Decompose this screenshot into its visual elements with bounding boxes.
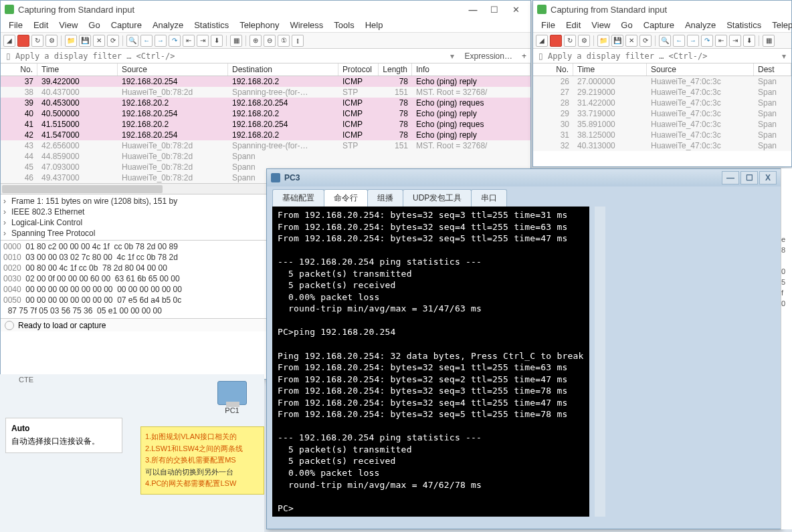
col-length[interactable]: Length (379, 63, 412, 76)
first-button[interactable]: ⇤ (715, 35, 727, 47)
menu-telephony[interactable]: Telephony (234, 19, 284, 31)
menu-edit[interactable]: Edit (28, 19, 54, 31)
expression-button[interactable]: Expression (460, 51, 518, 61)
col-no[interactable]: No. (1, 63, 37, 76)
pc3-maximize-button[interactable]: ☐ (740, 171, 758, 184)
col-time[interactable]: Time (573, 63, 647, 76)
table-row[interactable]: 3138.125000HuaweiTe_47:0c:3cSpan (533, 130, 791, 140)
menu-capture[interactable]: Capture (638, 19, 680, 31)
menu-file[interactable]: File (3, 19, 28, 31)
menu-edit[interactable]: Edit (561, 19, 586, 31)
menu-view[interactable]: View (54, 19, 83, 31)
menu-go[interactable]: Go (615, 19, 637, 31)
menu-analyze[interactable]: Analyze (680, 19, 721, 31)
last-button[interactable]: ⇥ (729, 35, 741, 47)
pc3-scrollbar[interactable] (595, 207, 605, 517)
maximize-button[interactable] (484, 3, 505, 16)
jump-button[interactable]: ↷ (169, 35, 181, 47)
autoscroll-button[interactable]: ⬇ (743, 35, 755, 47)
table-row[interactable]: 3035.891000HuaweiTe_47:0c:3cSpan (533, 119, 791, 130)
close-file-button[interactable]: ✕ (93, 35, 105, 47)
menu-statistics[interactable]: Statistics (721, 19, 767, 31)
table-row[interactable]: 3240.313000HuaweiTe_47:0c:3cSpan (533, 140, 791, 151)
restart-capture-button[interactable]: ↻ (31, 35, 43, 47)
col-no[interactable]: No. (533, 63, 573, 76)
stop-capture-button[interactable] (17, 35, 29, 47)
add-filter-button[interactable]: + (518, 51, 530, 61)
resize-columns-button[interactable]: ⫿ (292, 35, 304, 47)
filter-dropdown-icon[interactable]: ▾ (448, 51, 457, 61)
open-button[interactable]: 📁 (65, 35, 77, 47)
filter-dropdown-icon[interactable]: ▾ (779, 51, 789, 61)
expert-info-icon[interactable] (5, 321, 14, 330)
shark-fin-icon[interactable]: ◢ (3, 35, 15, 47)
shark-fin-icon[interactable]: ◢ (536, 35, 548, 47)
reload-button[interactable]: ⟳ (639, 35, 652, 47)
close-file-button[interactable]: ✕ (625, 35, 637, 47)
menu-help[interactable]: Help (360, 19, 389, 31)
pc3-close-button[interactable]: X (759, 171, 777, 184)
pc3-terminal[interactable]: From 192.168.20.254: bytes=32 seq=3 ttl=… (272, 207, 589, 517)
pc3-tab[interactable]: 命令行 (324, 189, 368, 207)
stop-capture-button[interactable] (550, 35, 562, 47)
restart-capture-button[interactable]: ↻ (564, 35, 576, 47)
table-row[interactable]: 2831.422000HuaweiTe_47:0c:3cSpan (533, 98, 791, 108)
close-button[interactable] (505, 3, 526, 16)
autoscroll-button[interactable]: ⬇ (211, 35, 223, 47)
col-info[interactable]: Info (412, 63, 530, 76)
col-destination[interactable]: Destination (228, 63, 338, 76)
reload-button[interactable]: ⟳ (107, 35, 119, 47)
filter-input[interactable] (15, 51, 445, 61)
options-button[interactable]: ⚙ (578, 35, 590, 47)
menu-view[interactable]: View (586, 19, 615, 31)
find-button[interactable]: 🔍 (126, 35, 138, 47)
menu-tools[interactable]: Tools (328, 19, 359, 31)
table-row[interactable]: 3840.437000HuaweiTe_0b:78:2dSpanning-tre… (1, 87, 530, 98)
zoom-out-button[interactable]: ⊖ (264, 35, 276, 47)
table-row[interactable]: 4444.859000HuaweiTe_0b:78:2dSpann (1, 151, 530, 162)
last-button[interactable]: ⇥ (197, 35, 209, 47)
prev-button[interactable]: ← (140, 35, 153, 47)
table-row[interactable]: 3739.422000192.168.20.254192.168.20.2ICM… (1, 76, 530, 87)
table-row[interactable]: 4040.500000192.168.20.254192.168.20.2ICM… (1, 108, 530, 119)
jump-button[interactable]: ↷ (701, 35, 713, 47)
menu-statistics[interactable]: Statistics (189, 19, 234, 31)
save-button[interactable]: 💾 (611, 35, 623, 47)
save-button[interactable]: 💾 (79, 35, 91, 47)
zoom-in-button[interactable]: ⊕ (250, 35, 262, 47)
pc3-tab[interactable]: 串口 (471, 189, 507, 207)
table-row[interactable]: 4342.656000HuaweiTe_0b:78:2dSpanning-tre… (1, 140, 530, 151)
next-button[interactable]: → (687, 35, 699, 47)
minimize-button[interactable] (462, 3, 484, 16)
col-source[interactable]: Source (118, 63, 228, 76)
col-time[interactable]: Time (37, 63, 118, 76)
table-row[interactable]: 3940.453000192.168.20.2192.168.20.254ICM… (1, 98, 530, 108)
col-destination[interactable]: Dest (754, 63, 791, 76)
first-button[interactable]: ⇤ (183, 35, 195, 47)
pc1-node[interactable]: PC1 (217, 381, 247, 414)
pc3-tab[interactable]: UDP发包工具 (403, 189, 472, 207)
table-row[interactable]: 2729.219000HuaweiTe_47:0c:3cSpan (533, 87, 791, 98)
col-protocol[interactable]: Protocol (338, 63, 379, 76)
pc3-tab[interactable]: 组播 (367, 189, 403, 207)
sticky-note[interactable]: 1.如图规划VLAN接口相关的 2.LSW1和LSW4之间的两条线 3.所有的交… (140, 426, 264, 495)
pc3-minimize-button[interactable]: — (722, 171, 739, 184)
menu-wireless[interactable]: Wireless (284, 19, 328, 31)
menu-telephony[interactable]: Telephony (767, 19, 792, 31)
colorize-button[interactable]: ▦ (763, 35, 775, 47)
bookmark-icon[interactable]: ▯ (536, 51, 545, 61)
table-row[interactable]: 4141.515000192.168.20.2192.168.20.254ICM… (1, 119, 530, 130)
table-row[interactable]: 2933.719000HuaweiTe_47:0c:3cSpan (533, 108, 791, 119)
options-button[interactable]: ⚙ (45, 35, 58, 47)
open-button[interactable]: 📁 (597, 35, 609, 47)
menu-file[interactable]: File (536, 19, 561, 31)
menu-go[interactable]: Go (83, 19, 105, 31)
bookmark-icon[interactable]: ▯ (3, 51, 13, 61)
colorize-button[interactable]: ▦ (230, 35, 242, 47)
menu-analyze[interactable]: Analyze (147, 19, 189, 31)
table-row[interactable]: 2627.000000HuaweiTe_47:0c:3cSpan (533, 76, 791, 87)
table-row[interactable]: 4241.547000192.168.20.254192.168.20.2ICM… (1, 130, 530, 140)
prev-button[interactable]: ← (673, 35, 685, 47)
pc3-tab[interactable]: 基础配置 (272, 189, 324, 207)
menu-capture[interactable]: Capture (106, 19, 147, 31)
